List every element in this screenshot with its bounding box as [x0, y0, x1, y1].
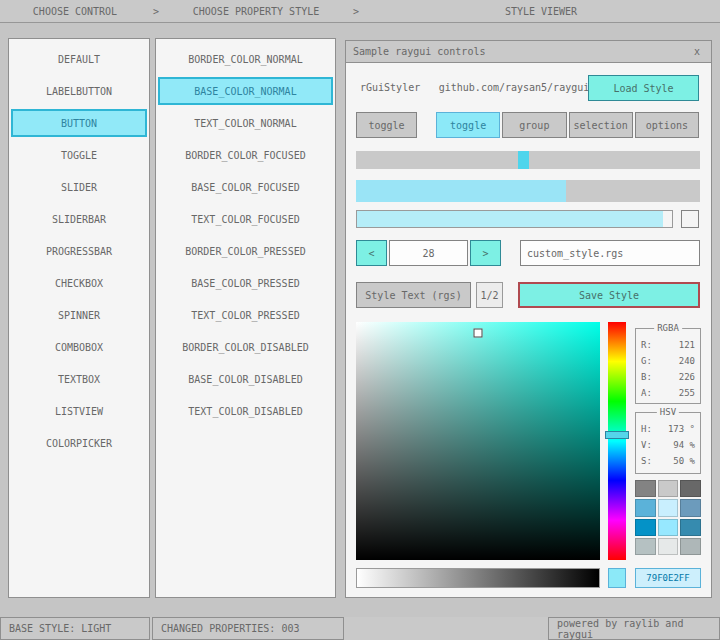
repo-link[interactable]: github.com/raysan5/raygui: [434, 82, 594, 93]
toggle-group-options[interactable]: options: [635, 112, 699, 138]
grayscale-bar[interactable]: [356, 568, 600, 588]
rgba-title: RGBA: [654, 323, 682, 333]
property-item-text_color_pressed[interactable]: TEXT_COLOR_PRESSED: [158, 301, 333, 329]
palette-cell-4[interactable]: [658, 499, 679, 516]
value-row: V:94 %: [636, 437, 700, 453]
toggle-button[interactable]: toggle: [356, 112, 417, 138]
control-item-listview[interactable]: LISTVIEW: [11, 397, 147, 425]
status-base-style: BASE STYLE: LIGHT: [0, 617, 150, 640]
spinner-increment-button[interactable]: >: [470, 240, 501, 266]
slider-handle[interactable]: [518, 151, 529, 169]
status-changed-properties: CHANGED PROPERTIES: 003: [152, 617, 344, 640]
properties-list: BORDER_COLOR_NORMALBASE_COLOR_NORMALTEXT…: [155, 38, 336, 598]
sv-square[interactable]: [356, 322, 600, 560]
close-icon[interactable]: x: [690, 46, 704, 57]
control-item-checkbox[interactable]: CHECKBOX: [11, 269, 147, 297]
page-toggle-button[interactable]: 1/2: [476, 282, 503, 308]
value-row: B:226: [636, 369, 700, 385]
property-item-text_color_focused[interactable]: TEXT_COLOR_FOCUSED: [158, 205, 333, 233]
status-credits: powered by raylib and raygui: [548, 617, 720, 640]
load-style-button[interactable]: Load Style: [588, 75, 699, 101]
toggle-group: togglegroupselectionoptions: [436, 112, 699, 138]
property-item-border_color_pressed[interactable]: BORDER_COLOR_PRESSED: [158, 237, 333, 265]
control-item-sliderbar[interactable]: SLIDERBAR: [11, 205, 147, 233]
control-item-colorpicker[interactable]: COLORPICKER: [11, 429, 147, 457]
hsv-rows: H:173 °V:94 %S:50 %: [636, 413, 700, 469]
status-bar: BASE STYLE: LIGHT CHANGED PROPERTIES: 00…: [0, 617, 720, 640]
controls-list: DEFAULTLABELBUTTONBUTTONTOGGLESLIDERSLID…: [8, 38, 150, 598]
hsv-title: HSV: [657, 407, 679, 417]
palette-cell-9[interactable]: [635, 538, 656, 555]
palette-cell-0[interactable]: [635, 480, 656, 497]
control-item-textbox[interactable]: TEXTBOX: [11, 365, 147, 393]
value-row: G:240: [636, 353, 700, 369]
palette-cell-3[interactable]: [635, 499, 656, 516]
breadcrumb-choose-control: CHOOSE CONTROL: [0, 6, 150, 17]
top-toolbar: CHOOSE CONTROL > CHOOSE PROPERTY STYLE >…: [0, 0, 720, 23]
chevron-icon: >: [150, 6, 162, 17]
rgba-rows: R:121G:240B:226A:255: [636, 329, 700, 401]
value-row: A:255: [636, 385, 700, 401]
spinner-value[interactable]: 28: [389, 240, 468, 266]
control-item-spinner[interactable]: SPINNER: [11, 301, 147, 329]
value-row: H:173 °: [636, 421, 700, 437]
toggle-group-selection[interactable]: selection: [569, 112, 633, 138]
control-item-slider[interactable]: SLIDER: [11, 173, 147, 201]
property-item-base_color_focused[interactable]: BASE_COLOR_FOCUSED: [158, 173, 333, 201]
hex-value-box[interactable]: 79F0E2FF: [635, 568, 701, 588]
style-viewer-window: Sample raygui controls x rGuiStyler gith…: [345, 40, 712, 598]
progress-fill: [356, 180, 566, 202]
style-palette: [635, 480, 701, 555]
sv-marker[interactable]: [474, 328, 483, 337]
control-item-combobox[interactable]: COMBOBOX: [11, 333, 147, 361]
palette-cell-2[interactable]: [680, 480, 701, 497]
window-titlebar[interactable]: Sample raygui controls x: [346, 41, 711, 63]
property-item-border_color_focused[interactable]: BORDER_COLOR_FOCUSED: [158, 141, 333, 169]
chevron-icon: >: [350, 6, 362, 17]
property-item-text_color_normal[interactable]: TEXT_COLOR_NORMAL: [158, 109, 333, 137]
app-root: CHOOSE CONTROL > CHOOSE PROPERTY STYLE >…: [0, 0, 720, 640]
save-style-button[interactable]: Save Style: [518, 282, 700, 308]
palette-cell-11[interactable]: [680, 538, 701, 555]
style-text-button[interactable]: Style Text (rgs): [356, 282, 471, 308]
palette-cell-10[interactable]: [658, 538, 679, 555]
control-item-toggle[interactable]: TOGGLE: [11, 141, 147, 169]
control-item-progressbar[interactable]: PROGRESSBAR: [11, 237, 147, 265]
checkbox[interactable]: [681, 210, 699, 228]
window-body: rGuiStyler github.com/raysan5/raygui Loa…: [346, 63, 711, 597]
value-row: S:50 %: [636, 453, 700, 469]
slider-bar[interactable]: [356, 210, 673, 228]
rgba-box: RGBA R:121G:240B:226A:255: [635, 328, 701, 404]
property-item-base_color_disabled[interactable]: BASE_COLOR_DISABLED: [158, 365, 333, 393]
slider[interactable]: [356, 151, 700, 169]
control-item-default[interactable]: DEFAULT: [11, 45, 147, 73]
control-item-button[interactable]: BUTTON: [11, 109, 147, 137]
filename-input[interactable]: custom_style.rgs: [520, 240, 700, 266]
palette-cell-8[interactable]: [680, 519, 701, 536]
value-row: R:121: [636, 337, 700, 353]
property-item-text_color_disabled[interactable]: TEXT_COLOR_DISABLED: [158, 397, 333, 425]
toggle-group-group[interactable]: group: [502, 112, 566, 138]
property-item-border_color_normal[interactable]: BORDER_COLOR_NORMAL: [158, 45, 333, 73]
palette-cell-7[interactable]: [658, 519, 679, 536]
property-item-base_color_normal[interactable]: BASE_COLOR_NORMAL: [158, 77, 333, 105]
breadcrumb-style-viewer: STYLE VIEWER: [362, 6, 720, 17]
palette-cell-1[interactable]: [658, 480, 679, 497]
current-color-swatch: [608, 568, 626, 588]
palette-cell-5[interactable]: [680, 499, 701, 516]
property-item-border_color_disabled[interactable]: BORDER_COLOR_DISABLED: [158, 333, 333, 361]
progress-bar: [356, 180, 700, 202]
spinner-decrement-button[interactable]: <: [356, 240, 387, 266]
toggle-group-toggle[interactable]: toggle: [436, 112, 500, 138]
hue-bar[interactable]: [608, 322, 626, 560]
window-title: Sample raygui controls: [353, 46, 690, 57]
app-name-label: rGuiStyler: [360, 82, 420, 93]
control-item-labelbutton[interactable]: LABELBUTTON: [11, 77, 147, 105]
hue-handle[interactable]: [605, 431, 629, 439]
slider-bar-fill: [357, 211, 663, 227]
breadcrumb-choose-property-style: CHOOSE PROPERTY STYLE: [162, 6, 350, 17]
hsv-box: HSV H:173 °V:94 %S:50 %: [635, 412, 701, 474]
status-spacer: [344, 617, 548, 640]
property-item-base_color_pressed[interactable]: BASE_COLOR_PRESSED: [158, 269, 333, 297]
palette-cell-6[interactable]: [635, 519, 656, 536]
